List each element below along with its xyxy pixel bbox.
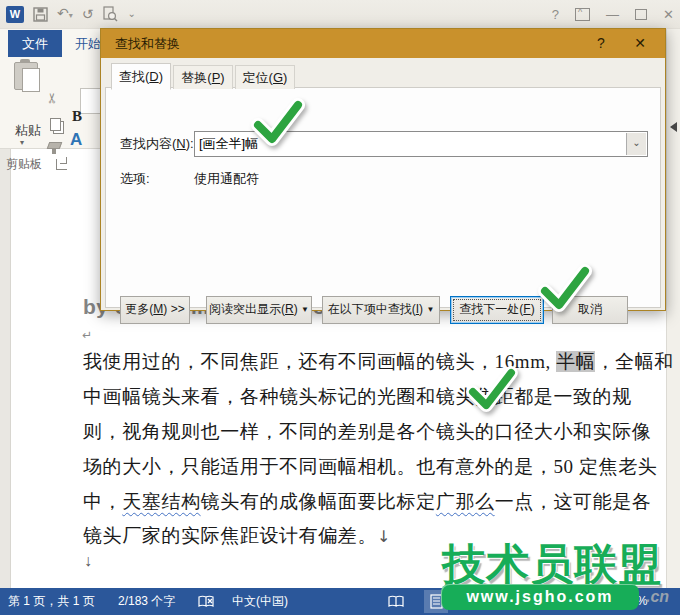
bold-button[interactable]: B	[72, 108, 82, 125]
tab-goto[interactable]: 定位(G)	[235, 65, 295, 89]
help-icon[interactable]: ?	[552, 7, 559, 22]
copy-icon	[50, 118, 61, 131]
proofing-error-icon[interactable]	[198, 595, 215, 609]
watermark-url: www.jsgho.com	[466, 588, 613, 605]
document-line: 则，视角规则也一样，不同的差别是各个镜头的口径大小和实际像	[83, 419, 651, 444]
document-line: 场的大小，只能适用于不同画幅相机。也有意外的是，50 定焦老头	[83, 454, 657, 479]
close-icon[interactable]: ✕	[663, 7, 674, 22]
title-bar: W ↶▾ ↺ ⌄ ? — ✕	[0, 0, 680, 29]
document-line: 中，天塞结构镜头有的成像幅面要比标定广那么一点，这可能是各	[83, 489, 651, 514]
dialog-launcher-icon[interactable]	[56, 159, 67, 170]
find-next-button[interactable]: 查找下一处(F)	[450, 296, 544, 324]
undo-icon[interactable]: ↶▾	[57, 4, 73, 25]
dialog-title: 查找和替换	[115, 29, 180, 58]
quick-access-toolbar: W ↶▾ ↺ ⌄	[6, 4, 136, 24]
scrollbar-marker-icon	[670, 122, 677, 132]
document-line: 我使用过的，不同焦距，还有不同画幅的镜头，16mm, 半幅，全幅和	[83, 349, 674, 374]
dialog-title-bar[interactable]: 查找和替换 ? ✕	[101, 29, 665, 58]
dialog-close-icon[interactable]: ✕	[625, 29, 655, 58]
reading-highlight-button[interactable]: 阅读突出显示(R) ▼	[206, 296, 312, 324]
paste-icon	[22, 68, 40, 92]
font-color-button[interactable]: A	[70, 130, 82, 150]
paragraph-mark: ↓	[84, 552, 92, 570]
read-mode-icon[interactable]	[384, 590, 408, 613]
clipboard-group: 粘贴 ▾ ✂ B A 剪贴板	[0, 58, 100, 148]
spellcheck-underline: 广那么	[436, 491, 495, 512]
checkmark-annotation-icon	[251, 98, 305, 146]
ribbon-display-options-icon[interactable]	[575, 8, 590, 21]
word-logo-icon: W	[6, 6, 24, 23]
watermark-url-badge: www.jsgho.com	[441, 584, 639, 610]
dropdown-arrow-icon: ▼	[426, 305, 434, 314]
cut-icon[interactable]: ✂	[44, 92, 60, 104]
window-controls: ? — ✕	[552, 0, 674, 28]
minimize-icon[interactable]: —	[606, 7, 619, 22]
paste-button[interactable]: 粘贴	[8, 122, 48, 140]
format-painter-icon	[52, 148, 56, 154]
dialog-help-icon[interactable]: ?	[589, 29, 613, 58]
options-label: 选项:	[120, 170, 150, 188]
find-what-label: 查找内容(N):	[120, 135, 194, 153]
document-line: 镜头厂家的实际焦距设计有偏差。↓	[83, 523, 391, 549]
chevron-down-icon[interactable]: ⌄	[626, 133, 646, 155]
checkmark-annotation-icon	[538, 264, 592, 312]
undo-dropdown-icon[interactable]: ▾	[69, 11, 73, 20]
tab-find[interactable]: 查找(D)	[111, 63, 171, 90]
paragraph-mark: ↓	[377, 527, 391, 546]
print-preview-icon[interactable]	[102, 6, 118, 22]
dropdown-arrow-icon: ▼	[301, 305, 309, 314]
checkmark-annotation-icon	[466, 366, 518, 412]
paragraph-mark: ↵	[82, 328, 92, 342]
page-info[interactable]: 第 1 页，共 1 页	[8, 588, 95, 615]
options-value: 使用通配符	[194, 170, 259, 188]
vertical-scrollbar[interactable]	[666, 29, 680, 588]
style-box	[80, 88, 102, 114]
clipboard-group-label: 剪贴板	[6, 156, 42, 173]
paste-dropdown-icon[interactable]: ▾	[20, 138, 24, 147]
find-in-button[interactable]: 在以下项中查找(I) ▼	[322, 296, 440, 324]
tab-replace[interactable]: 替换(P)	[173, 65, 233, 89]
maximize-icon[interactable]	[635, 9, 647, 20]
tab-file[interactable]: 文件	[8, 30, 62, 57]
document-line: 中画幅镜头来看，各种镜头标记的光圈和镜头焦距都是一致的规	[83, 384, 632, 409]
watermark-suffix: .cn	[646, 588, 669, 606]
save-icon[interactable]	[33, 7, 48, 22]
spellcheck-underline: 天塞结构	[122, 491, 200, 512]
language-indicator[interactable]: 中文(中国)	[232, 588, 288, 615]
customize-qat-icon[interactable]: ⌄	[127, 5, 135, 23]
search-hit-highlight: 半幅	[556, 351, 595, 372]
redo-icon[interactable]: ↺	[82, 5, 94, 23]
more-button[interactable]: 更多(M) >>	[120, 296, 190, 324]
word-count[interactable]: 2/183 个字	[118, 588, 175, 615]
